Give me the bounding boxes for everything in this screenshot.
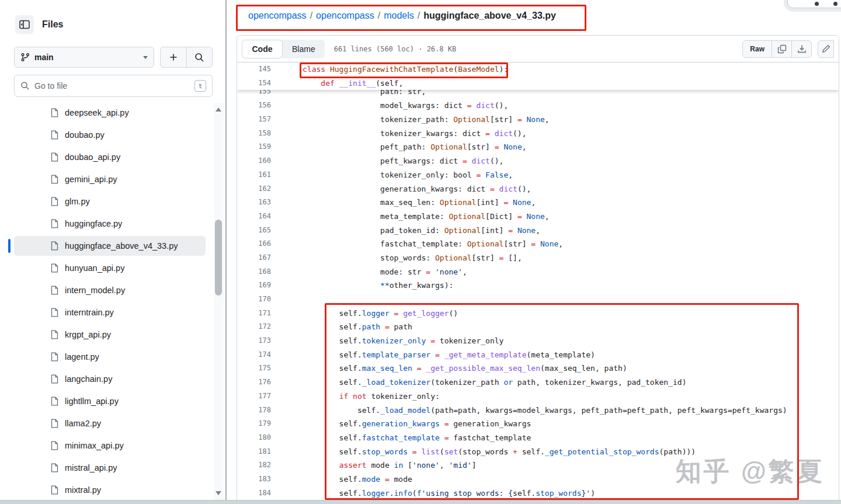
file-tree-item[interactable]: huggingface.py <box>0 213 211 235</box>
file-tree-item[interactable]: gemini_api.py <box>0 168 211 190</box>
go-to-file-input[interactable]: Go to file t <box>14 75 213 97</box>
file-tree-item[interactable]: hunyuan_api.py <box>0 257 211 279</box>
line-number[interactable]: 159 <box>237 140 276 154</box>
line-number[interactable]: 170 <box>237 293 276 307</box>
code-text: self.path = path <box>276 320 412 334</box>
line-number[interactable]: 145 <box>237 62 276 77</box>
new-file-button[interactable] <box>161 47 186 67</box>
line-number[interactable]: 177 <box>237 390 276 404</box>
download-raw-button[interactable] <box>791 41 811 57</box>
file-name: huggingface.py <box>65 219 122 228</box>
collapse-sidebar-button[interactable] <box>15 15 34 34</box>
file-tree-item[interactable]: doubao_api.py <box>0 146 211 168</box>
file-row-highlight <box>14 192 206 211</box>
line-number[interactable]: 184 <box>237 486 276 500</box>
line-number[interactable]: 174 <box>237 348 276 362</box>
code-line: 184 self.logger.info(f'using stop words:… <box>237 486 839 500</box>
pencil-icon <box>822 44 830 53</box>
file-name: interntrain.py <box>65 308 114 317</box>
line-number[interactable]: 163 <box>237 196 276 210</box>
file-tree-item[interactable]: llama2.py <box>0 412 211 435</box>
line-number[interactable]: 180 <box>237 431 276 445</box>
file-tree-item[interactable]: lightllm_api.py <box>0 390 211 412</box>
line-number[interactable]: 182 <box>237 458 276 472</box>
code-line: 177 if not tokenizer_only: <box>237 390 839 404</box>
file-tree-item[interactable]: huggingface_above_v4_33.py <box>0 235 211 257</box>
code-panel-header: Code Blame 661 lines (560 loc) · 26.8 KB… <box>237 36 839 62</box>
line-number[interactable]: 157 <box>237 113 276 127</box>
line-number[interactable]: 165 <box>237 224 276 238</box>
line-number[interactable]: 160 <box>237 154 276 168</box>
code-text: self.mode = mode <box>276 472 412 486</box>
copy-file-button[interactable] <box>772 41 791 57</box>
line-number[interactable]: 179 <box>237 417 276 431</box>
line-number[interactable]: 154 <box>237 77 276 91</box>
breadcrumb-separator: / <box>378 11 380 21</box>
browser-dot <box>815 2 819 6</box>
line-number[interactable]: 155 <box>237 90 276 93</box>
line-number[interactable]: 169 <box>237 279 276 293</box>
file-tree-item[interactable]: doubao.py <box>0 124 211 146</box>
file-tree-item[interactable]: mistral_api.py <box>0 457 211 479</box>
raw-button[interactable]: Raw <box>743 41 772 57</box>
breadcrumb-dir-link[interactable]: opencompass <box>316 11 374 21</box>
file-tree-item[interactable]: deepseek_api.py <box>0 102 211 124</box>
line-number[interactable]: 164 <box>237 210 276 224</box>
search-icon <box>20 81 30 91</box>
breadcrumb-dir-link[interactable]: models <box>384 11 414 21</box>
code-line: 182 assert mode in ['none', 'mid'] <box>237 458 839 472</box>
file-icon <box>50 219 59 228</box>
branch-selector[interactable]: main <box>14 47 154 68</box>
file-tree-item[interactable]: langchain.py <box>0 368 211 390</box>
current-branch-label: main <box>34 53 54 62</box>
line-number[interactable]: 178 <box>237 404 276 418</box>
line-number[interactable]: 171 <box>237 307 276 321</box>
code-line: 167 stop_words: Optional[str] = [], <box>237 251 839 265</box>
file-icon <box>50 152 59 162</box>
file-tree-item[interactable]: krgpt_api.py <box>0 324 211 346</box>
browser-dot <box>833 2 837 6</box>
scroll-up-icon[interactable] <box>216 107 221 112</box>
file-tree-item[interactable]: lagent.py <box>0 346 211 368</box>
tab-blame[interactable]: Blame <box>283 40 325 58</box>
line-number[interactable]: 156 <box>237 99 276 113</box>
sidebar-scrollbar[interactable] <box>214 103 224 500</box>
file-tree-item[interactable]: minimax_api.py <box>0 435 211 457</box>
file-name: intern_model.py <box>65 286 125 295</box>
raw-button-group: Raw <box>742 40 812 58</box>
file-tree-item[interactable]: intern_model.py <box>0 279 211 301</box>
tab-code[interactable]: Code <box>242 40 283 58</box>
file-name: krgpt_api.py <box>65 330 111 339</box>
line-number[interactable]: 158 <box>237 127 276 141</box>
sidebar-scrollbar-thumb[interactable] <box>215 220 222 296</box>
file-tree-item[interactable]: glm.py <box>0 190 211 213</box>
code-text: path: str, <box>276 90 426 93</box>
code-text: def __init__(self, <box>276 77 403 91</box>
code-text: self.fastchat_template = fastchat_templa… <box>276 431 531 445</box>
line-number[interactable]: 168 <box>237 265 276 279</box>
code-line: 181 self.stop_words = list(set(stop_word… <box>237 445 839 459</box>
line-number[interactable]: 176 <box>237 376 276 390</box>
line-number[interactable]: 161 <box>237 168 276 182</box>
line-number[interactable]: 166 <box>237 237 276 251</box>
scroll-down-icon[interactable] <box>216 491 221 495</box>
search-tree-button[interactable] <box>186 47 212 67</box>
copy-icon <box>777 44 787 54</box>
line-number[interactable]: 173 <box>237 334 276 348</box>
code-line: 162 generation_kwargs: dict = dict(), <box>237 182 839 196</box>
sidebar-resize-handle[interactable] <box>225 0 227 500</box>
line-number[interactable]: 162 <box>237 182 276 196</box>
breadcrumb-repo-link[interactable]: opencompass <box>248 11 307 21</box>
line-number[interactable]: 172 <box>237 320 276 334</box>
file-name: huggingface_above_v4_33.py <box>65 241 178 251</box>
file-tree-item[interactable]: mixtral.py <box>0 479 211 500</box>
code-text: model_kwargs: dict = dict(), <box>276 99 508 113</box>
file-tree-item[interactable]: interntrain.py <box>0 301 211 324</box>
line-number[interactable]: 167 <box>237 251 276 265</box>
go-to-file-placeholder: Go to file <box>34 81 190 91</box>
line-number[interactable]: 183 <box>237 472 276 486</box>
line-number[interactable]: 175 <box>237 362 276 376</box>
sidebar-collapse-icon <box>19 20 30 29</box>
line-number[interactable]: 181 <box>237 445 276 459</box>
edit-file-button[interactable] <box>818 44 833 53</box>
